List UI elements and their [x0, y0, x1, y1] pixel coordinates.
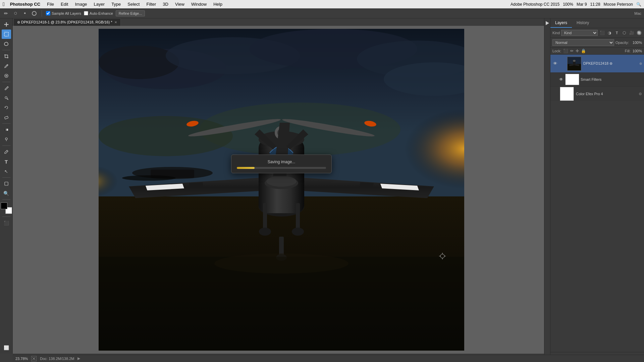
healing-tool-btn[interactable] [2, 71, 11, 80]
screen-mode-btn[interactable]: ⬜ [2, 343, 11, 352]
type-menu[interactable]: Type [110, 2, 122, 7]
eraser-tool-btn[interactable] [2, 113, 11, 122]
smart-filters-visibility[interactable]: 👁 [558, 77, 564, 82]
doc-tab-close[interactable]: ✕ [114, 20, 117, 24]
play-button[interactable] [546, 21, 549, 25]
filter-adj-icon[interactable]: ◑ [606, 30, 612, 36]
image-canvas: Saving image... [99, 29, 464, 351]
path-selection-btn[interactable]: ↖ [2, 167, 11, 176]
brush-size-icon[interactable] [31, 10, 38, 17]
zoom-tool-btn[interactable]: 🔍 [2, 189, 11, 198]
image-menu[interactable]: Image [73, 2, 88, 7]
menubar-date: Mar 9 [577, 2, 587, 7]
document-tabs: ⊚ DPKEFD12418-1 @ 23.8% (DPKEFD12418, RG… [13, 18, 218, 26]
status-arrow-btn[interactable]: ▶ [77, 356, 80, 361]
filter-type-icon[interactable]: T [614, 30, 620, 36]
status-bar: 23.78% Doc: 138.2M/138.2M ▶ [13, 355, 644, 362]
shape-tool-btn[interactable] [2, 179, 11, 188]
svg-rect-7 [5, 129, 8, 131]
layer-item-main[interactable]: 👁 DPKEFD12418 ⊚ ⊚ [550, 55, 644, 73]
smart-filter-colorefex[interactable]: Color Efex Pro 4 ⚙ [550, 86, 644, 101]
view-menu[interactable]: View [174, 2, 186, 7]
filter-select[interactable]: Kind Name Effect Mode Attribute Color [561, 30, 598, 36]
quick-mask-btn[interactable]: ⬛ [2, 218, 11, 228]
mac-label: Mac [634, 11, 641, 15]
saving-progress-bar-background [237, 167, 326, 169]
history-brush-btn[interactable] [2, 103, 11, 112]
gradient-tool-btn[interactable] [2, 125, 11, 134]
tab-layers[interactable]: Layers [550, 18, 572, 28]
magic-wand-icon[interactable]: ✦ [21, 10, 28, 17]
selection-tool-btn[interactable] [2, 29, 11, 39]
brush-tool-btn[interactable] [2, 83, 11, 93]
app-name-menu[interactable]: Photoshop CC [9, 2, 42, 7]
3d-menu[interactable]: 3D [161, 2, 170, 7]
pen-tool-btn[interactable] [2, 147, 11, 157]
foreground-color-swatch[interactable] [1, 202, 7, 209]
lock-image-icon[interactable]: ✏ [570, 49, 574, 53]
lock-transparent-icon[interactable]: ⬛ [563, 49, 568, 53]
menubar-right: Adobe Photoshop CC 2015 100% Mar 9 11:28… [511, 2, 641, 7]
doc-tab-main[interactable]: ⊚ DPKEFD12418-1 @ 23.8% (DPKEFD12418, RG… [13, 18, 121, 26]
sky-layer [99, 29, 464, 206]
layer-name-main: DPKEFD12418 ⊚ [583, 61, 637, 66]
opacity-label: Opacity: [615, 41, 629, 45]
window-menu[interactable]: Window [190, 2, 208, 7]
edit-menu[interactable]: Edit [59, 2, 69, 7]
svg-point-5 [5, 97, 7, 99]
file-menu[interactable]: File [46, 2, 55, 7]
menubar-zoom: 100% [563, 2, 573, 7]
svg-rect-0 [4, 32, 8, 36]
filter-toggle[interactable]: 🔘 [636, 30, 642, 36]
layer-menu[interactable]: Layer [93, 2, 106, 7]
ps-options-toolbar: ✏ ⬡ ✦ Sample All Layers Auto-Enhance Ref… [0, 8, 644, 18]
lasso-tool-btn[interactable] [2, 39, 11, 49]
dodge-tool-btn[interactable] [2, 135, 11, 144]
smart-filter-settings-icon[interactable]: ⚙ [639, 92, 642, 96]
apple-menu[interactable]:  [3, 1, 5, 7]
smart-filter-name: Color Efex Pro 4 [576, 92, 637, 96]
opacity-value: 100% [630, 41, 642, 45]
clone-stamp-btn[interactable] [2, 93, 11, 103]
saving-dialog-label: Saving image... [237, 160, 326, 164]
status-zoom: 23.78% [15, 357, 28, 361]
brush-tool-icon[interactable]: ✏ [3, 10, 9, 17]
smart-filter-name-container: Color Efex Pro 4 [576, 92, 637, 96]
layer-visibility-main[interactable]: 👁 [552, 61, 558, 66]
tab-history[interactable]: History [572, 18, 594, 28]
svg-point-8 [5, 138, 7, 140]
filter-smart-icon[interactable]: 🎥 [629, 30, 635, 36]
menubar-search-icon[interactable]: 🔍 [636, 2, 641, 7]
lock-all-icon[interactable]: 🔒 [581, 49, 586, 53]
menubar-time: 11:28 [590, 2, 600, 7]
lock-position-icon[interactable]: ✛ [576, 49, 579, 53]
menubar-title: Adobe Photoshop CC 2015 [511, 2, 559, 7]
status-zoom-icon[interactable] [31, 356, 37, 361]
layers-filter-row: Kind Kind Name Effect Mode Attribute Col… [550, 28, 644, 38]
fill-value: 100% [633, 49, 642, 53]
status-docsize: Doc: 138.2M/138.2M [40, 357, 74, 361]
quick-sel-icon[interactable]: ⬡ [12, 10, 19, 17]
saving-progress-bar-fill [237, 167, 255, 169]
filter-shape-icon[interactable]: ⬡ [621, 30, 627, 36]
select-menu[interactable]: Select [126, 2, 141, 7]
text-tool-btn[interactable]: T [2, 157, 11, 166]
auto-enhance-checkbox[interactable]: Auto-Enhance [84, 11, 113, 15]
move-tool-btn[interactable] [2, 20, 11, 29]
eyedropper-tool-btn[interactable] [2, 61, 11, 71]
sample-all-layers-checkbox[interactable]: Sample All Layers [46, 11, 81, 15]
lock-icons: ⬛ ✏ ✛ 🔒 [563, 49, 586, 53]
refine-edge-button[interactable]: Refine Edge... [116, 10, 145, 16]
smart-filters-mask-thumbnail [565, 74, 579, 85]
svg-line-1 [7, 65, 7, 66]
blend-mode-select[interactable]: Normal Dissolve Multiply Screen Overlay … [552, 39, 614, 46]
svg-point-65 [573, 60, 576, 62]
left-tool-panel: T ↖ 🔍 ⬛ ⬜ [0, 18, 13, 354]
help-menu[interactable]: Help [212, 2, 224, 7]
filter-pixel-icon[interactable]: ⬛ [599, 30, 605, 36]
layer-fx-label: ⊚ [639, 62, 642, 65]
filter-menu[interactable]: Filter [145, 2, 157, 7]
crop-tool-btn[interactable] [2, 52, 11, 61]
fg-bg-colors[interactable] [1, 202, 12, 214]
ground-layer [99, 190, 464, 351]
